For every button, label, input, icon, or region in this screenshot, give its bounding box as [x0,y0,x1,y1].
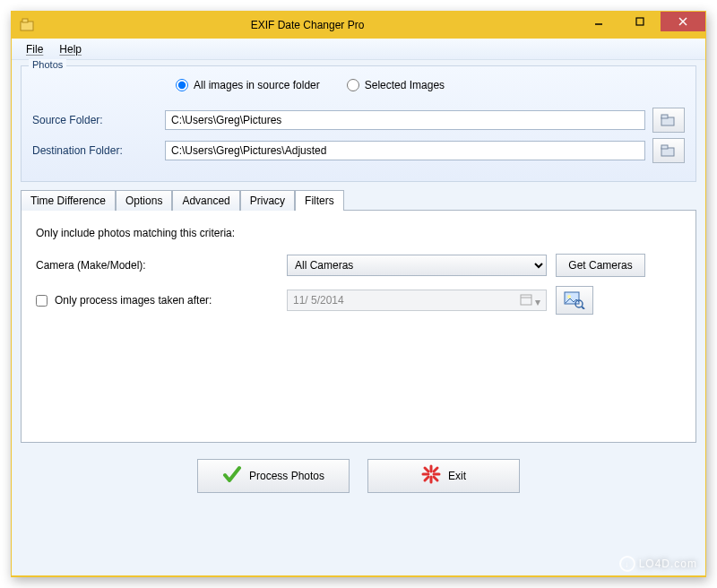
svg-rect-10 [521,295,531,305]
date-value: 11/ 5/2014 [293,294,344,307]
radio-all-images-label: All images in source folder [194,79,320,91]
bottom-bar: Process Photos Exit [21,443,696,502]
camera-row: Camera (Make/Model): All Cameras Get Cam… [36,254,681,277]
camera-select[interactable]: All Cameras [287,255,547,276]
preview-image-button[interactable] [556,286,593,315]
app-icon [19,16,37,34]
svg-line-23 [425,477,428,480]
tab-time-difference[interactable]: Time Difference [21,190,116,211]
source-mode-radios: All images in source folder Selected Ima… [32,74,685,102]
svg-rect-1 [22,19,28,22]
window-frame: EXIF Date Changer Pro File Help All imag… [11,11,706,577]
tab-strip: Time Difference Options Advanced Privacy… [21,189,696,210]
dest-folder-label: Destination Folder: [32,144,158,157]
only-after-checkbox[interactable] [36,295,48,307]
folder-icon [660,112,678,128]
process-photos-label: Process Photos [249,470,324,482]
maximize-button[interactable] [619,12,661,31]
folder-icon [660,143,678,159]
radio-selected-images[interactable]: Selected Images [347,79,445,91]
exit-label: Exit [448,470,466,482]
process-photos-button[interactable]: Process Photos [197,459,350,493]
watermark: ↓ LO4D.com [619,556,697,572]
titlebar: EXIF Date Changer Pro [12,12,705,39]
watermark-icon: ↓ [619,556,635,572]
get-cameras-button[interactable]: Get Cameras [556,254,645,277]
watermark-text: LO4D.com [639,558,697,570]
photos-group: All images in source folder Selected Ima… [21,65,696,182]
only-after-checkbox-wrap[interactable]: Only process images taken after: [36,294,278,307]
tab-advanced[interactable]: Advanced [172,190,239,211]
client-area: File Help All images in source folder Se… [12,39,705,575]
svg-line-20 [425,468,428,471]
tab-panel-filters: Only include photos matching this criter… [21,210,696,443]
check-icon [222,464,242,489]
svg-line-21 [434,477,437,480]
menubar: File Help [12,39,705,60]
camera-label: Camera (Make/Model): [36,259,278,272]
svg-rect-3 [636,18,644,25]
source-folder-label: Source Folder: [32,114,158,126]
tab-filters[interactable]: Filters [295,190,344,211]
exit-button[interactable]: Exit [367,459,520,493]
dest-folder-input[interactable] [165,141,645,160]
tab-options[interactable]: Options [116,190,172,211]
svg-rect-7 [661,115,668,118]
radio-all-images[interactable]: All images in source folder [176,79,320,91]
radio-selected-images-label: Selected Images [365,79,445,91]
svg-point-13 [567,295,571,298]
date-picker[interactable]: 11/ 5/2014 ▾ [287,290,547,311]
image-magnify-icon [564,291,585,309]
svg-rect-9 [661,145,668,149]
menu-file[interactable]: File [19,41,50,57]
svg-line-22 [434,468,437,471]
radio-all-images-input[interactable] [176,79,188,91]
only-after-row: Only process images taken after: 11/ 5/2… [36,286,681,315]
only-after-label: Only process images taken after: [55,294,212,307]
source-folder-input[interactable] [165,110,645,130]
window-controls [578,12,705,39]
window-title: EXIF Date Changer Pro [37,19,578,31]
content: All images in source folder Selected Ima… [12,60,705,511]
minimize-button[interactable] [578,12,619,31]
burst-icon [421,464,441,489]
svg-line-15 [582,307,584,309]
source-folder-row: Source Folder: [32,108,685,133]
calendar-icon: ▾ [520,293,540,308]
dest-folder-row: Destination Folder: [32,138,685,163]
radio-selected-images-input[interactable] [347,79,359,91]
close-button[interactable] [661,12,705,31]
source-browse-button[interactable] [652,108,685,133]
menu-help[interactable]: Help [52,41,89,57]
tab-privacy[interactable]: Privacy [240,190,295,211]
criteria-text: Only include photos matching this criter… [36,227,681,239]
dest-browse-button[interactable] [652,138,685,163]
